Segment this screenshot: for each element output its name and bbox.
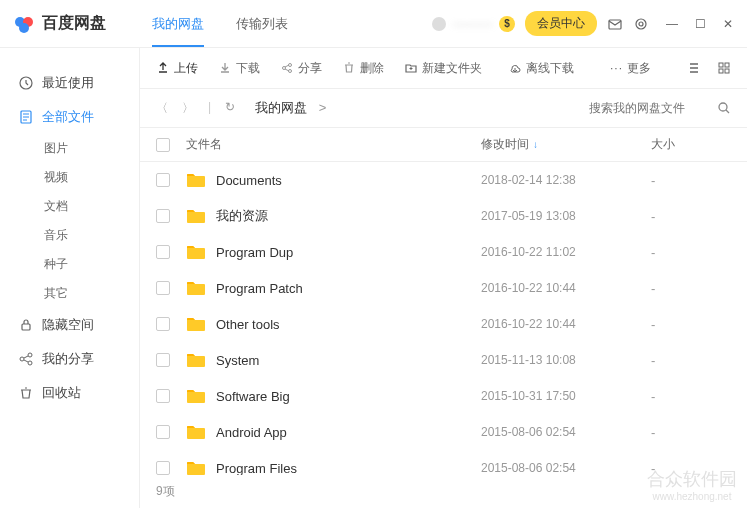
svg-point-5 (636, 19, 646, 29)
row-checkbox[interactable] (156, 389, 170, 403)
folder-icon (186, 388, 206, 404)
row-checkbox[interactable] (156, 317, 170, 331)
share-button[interactable]: 分享 (280, 60, 322, 77)
svg-rect-18 (719, 69, 723, 73)
file-size: - (651, 245, 731, 260)
mail-icon[interactable] (607, 16, 623, 32)
new-folder-icon (404, 61, 418, 75)
file-row[interactable]: Program Files2015-08-06 02:54- (140, 450, 747, 475)
new-folder-button[interactable]: 新建文件夹 (404, 60, 482, 77)
file-row[interactable]: Program Dup2016-10-22 11:02- (140, 234, 747, 270)
sidebar-sub-images[interactable]: 图片 (0, 134, 139, 163)
folder-icon (186, 208, 206, 224)
file-row[interactable]: Android App2015-08-06 02:54- (140, 414, 747, 450)
file-row[interactable]: 我的资源2017-05-19 13:08- (140, 198, 747, 234)
row-checkbox[interactable] (156, 173, 170, 187)
svg-rect-16 (719, 63, 723, 67)
row-checkbox[interactable] (156, 281, 170, 295)
file-size: - (651, 425, 731, 440)
svg-point-10 (20, 357, 24, 361)
sidebar-sub-music[interactable]: 音乐 (0, 221, 139, 250)
view-toggle-icon[interactable] (717, 61, 731, 75)
main-tabs: 我的网盘 传输列表 (136, 0, 304, 47)
nav-back-button[interactable]: 〈 (156, 100, 168, 117)
file-size: - (651, 353, 731, 368)
download-button[interactable]: 下载 (218, 60, 260, 77)
search-icon[interactable] (717, 101, 731, 115)
breadcrumb[interactable]: 我的网盘 > (255, 99, 326, 117)
sidebar-sub-video[interactable]: 视频 (0, 163, 139, 192)
file-date: 2015-11-13 10:08 (481, 353, 651, 367)
share-icon (18, 351, 34, 367)
minimize-button[interactable]: — (665, 17, 679, 31)
sidebar-all-files[interactable]: 全部文件 (0, 100, 139, 134)
upload-icon (156, 61, 170, 75)
svg-point-2 (19, 23, 29, 33)
svg-rect-9 (22, 324, 30, 330)
search-input[interactable] (589, 101, 709, 115)
svg-point-20 (719, 103, 727, 111)
svg-point-3 (432, 17, 446, 31)
row-checkbox[interactable] (156, 245, 170, 259)
sidebar-hidden-space[interactable]: 隐藏空间 (0, 308, 139, 342)
row-checkbox[interactable] (156, 209, 170, 223)
column-size[interactable]: 大小 (651, 136, 731, 153)
gear-icon[interactable] (633, 16, 649, 32)
file-name: Other tools (216, 317, 280, 332)
sidebar-sub-docs[interactable]: 文档 (0, 192, 139, 221)
sidebar-recent[interactable]: 最近使用 (0, 66, 139, 100)
file-name: Program Dup (216, 245, 293, 260)
svg-rect-19 (725, 69, 729, 73)
file-row[interactable]: Software Big2015-10-31 17:50- (140, 378, 747, 414)
download-icon (218, 61, 232, 75)
file-date: 2018-02-14 12:38 (481, 173, 651, 187)
column-name[interactable]: 文件名 (186, 136, 481, 153)
file-name: Program Files (216, 461, 297, 476)
file-name: System (216, 353, 259, 368)
file-date: 2016-10-22 10:44 (481, 317, 651, 331)
item-count: 9项 (140, 475, 747, 508)
sidebar-trash[interactable]: 回收站 (0, 376, 139, 410)
column-date[interactable]: 修改时间 ↓ (481, 136, 651, 153)
avatar-icon (431, 16, 447, 32)
files-icon (18, 109, 34, 125)
delete-button[interactable]: 删除 (342, 60, 384, 77)
file-date: 2015-08-06 02:54 (481, 461, 651, 475)
lock-icon (18, 317, 34, 333)
user-area[interactable]: ············· $ (431, 16, 515, 32)
offline-download-button[interactable]: 离线下载 (508, 60, 574, 77)
file-size: - (651, 317, 731, 332)
sidebar-sub-other[interactable]: 其它 (0, 279, 139, 308)
nav-refresh-button[interactable]: ↻ (225, 100, 235, 117)
file-row[interactable]: Other tools2016-10-22 10:44- (140, 306, 747, 342)
more-button[interactable]: ··· 更多 (610, 60, 651, 77)
close-button[interactable]: ✕ (721, 17, 735, 31)
row-checkbox[interactable] (156, 461, 170, 475)
file-date: 2016-10-22 10:44 (481, 281, 651, 295)
search-box[interactable] (589, 101, 731, 115)
delete-icon (342, 61, 356, 75)
folder-icon (186, 172, 206, 188)
file-date: 2017-05-19 13:08 (481, 209, 651, 223)
sidebar-sub-torrent[interactable]: 种子 (0, 250, 139, 279)
trash-icon (18, 385, 34, 401)
folder-icon (186, 280, 206, 296)
upload-button[interactable]: 上传 (156, 60, 198, 77)
tab-mydisk[interactable]: 我的网盘 (136, 0, 220, 47)
sort-desc-icon: ↓ (533, 139, 538, 150)
row-checkbox[interactable] (156, 353, 170, 367)
toolbar: 上传 下载 分享 删除 新建文件夹 离线下载 (140, 48, 747, 88)
row-checkbox[interactable] (156, 425, 170, 439)
sidebar-my-share[interactable]: 我的分享 (0, 342, 139, 376)
select-all-checkbox[interactable] (156, 138, 170, 152)
file-row[interactable]: System2015-11-13 10:08- (140, 342, 747, 378)
member-center-button[interactable]: 会员中心 (525, 11, 597, 36)
maximize-button[interactable]: ☐ (693, 17, 707, 31)
tab-transfer[interactable]: 传输列表 (220, 0, 304, 47)
nav-forward-button[interactable]: 〉 (182, 100, 194, 117)
file-name: Program Patch (216, 281, 303, 296)
sort-toggle-icon[interactable] (687, 61, 701, 75)
table-header: 文件名 修改时间 ↓ 大小 (140, 128, 747, 162)
file-row[interactable]: Documents2018-02-14 12:38- (140, 162, 747, 198)
file-row[interactable]: Program Patch2016-10-22 10:44- (140, 270, 747, 306)
